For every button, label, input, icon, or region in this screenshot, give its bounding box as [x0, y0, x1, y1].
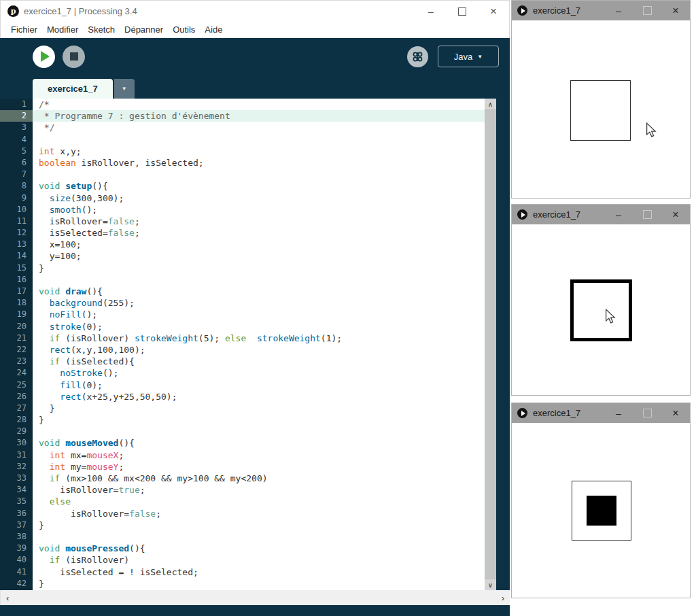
- tab-label: exercice1_7: [48, 84, 98, 94]
- sketch-canvas[interactable]: [512, 423, 690, 598]
- line-content: rect(x+25,y+25,50,50);: [33, 391, 485, 403]
- menu-sketch[interactable]: Sketch: [83, 22, 120, 38]
- line-number: 24: [0, 367, 33, 379]
- code-line: 15}: [0, 262, 485, 274]
- scroll-left-icon[interactable]: ‹: [6, 593, 9, 603]
- line-number: 1: [0, 99, 33, 110]
- maximize-button[interactable]: [633, 403, 661, 423]
- code-line: 40 if (isRollover): [0, 554, 485, 566]
- menu-modifier[interactable]: Modifier: [42, 22, 83, 38]
- sketch-title: exercice1_7: [533, 5, 580, 16]
- filled-square: [587, 496, 616, 526]
- sketch-titlebar[interactable]: exercice1_7–×: [512, 403, 690, 423]
- vertical-scrollbar[interactable]: ∧ ∨: [485, 99, 496, 590]
- code-line: 28}: [0, 414, 485, 426]
- code-line: 10 smooth();: [0, 204, 485, 216]
- line-number: 34: [0, 484, 33, 496]
- sketch-canvas[interactable]: [512, 224, 690, 395]
- line-content: smooth();: [33, 204, 485, 216]
- menu-dépanner[interactable]: Dépanner: [120, 22, 168, 38]
- line-number: 18: [0, 297, 33, 309]
- code-line: 30void mouseMoved(){: [0, 437, 485, 449]
- line-number: 36: [0, 508, 33, 519]
- line-content: fill(0);: [33, 379, 485, 391]
- sketch-titlebar[interactable]: exercice1_7–×: [512, 1, 690, 20]
- line-number: 39: [0, 543, 33, 554]
- mouse-cursor-icon: [645, 122, 657, 137]
- line-number: 27: [0, 403, 33, 414]
- line-content: void mouseMoved(){: [33, 437, 485, 449]
- line-number: 23: [0, 356, 33, 367]
- stop-button[interactable]: [63, 46, 85, 68]
- line-number: 3: [0, 122, 33, 133]
- tab-menu-button[interactable]: ▼: [114, 79, 135, 99]
- scroll-right-icon[interactable]: ›: [502, 593, 504, 603]
- menu-aide[interactable]: Aide: [200, 22, 227, 38]
- menu-outils[interactable]: Outils: [168, 22, 200, 38]
- code-line: 12 isSelected=false;: [0, 227, 485, 239]
- line-number: 2: [0, 110, 33, 122]
- sketch-title: exercice1_7: [533, 408, 580, 418]
- line-content: int mx=mouseX;: [33, 449, 485, 461]
- line-number: 7: [0, 169, 33, 180]
- console-strip[interactable]: [0, 605, 510, 616]
- line-content: noFill();: [33, 309, 485, 320]
- line-number: 30: [0, 437, 33, 449]
- sketch-canvas[interactable]: [512, 20, 690, 198]
- tab-exercice1_7[interactable]: exercice1_7: [33, 79, 113, 99]
- close-button[interactable]: ×: [661, 1, 690, 20]
- scroll-down-icon[interactable]: ∨: [485, 579, 496, 590]
- ide-titlebar[interactable]: p exercice1_7 | Processing 3.4 – ×: [0, 0, 510, 22]
- close-button[interactable]: ×: [661, 205, 690, 224]
- line-number: 26: [0, 391, 33, 403]
- sketch-titlebar[interactable]: exercice1_7–×: [512, 205, 690, 224]
- code-line: 29: [0, 426, 485, 437]
- line-content: */: [33, 122, 485, 133]
- mode-selector[interactable]: Java ▼: [438, 46, 499, 67]
- code-line: 41 isSelected = ! isSelected;: [0, 566, 485, 578]
- line-number: 9: [0, 192, 33, 204]
- scrollbar-thumb[interactable]: [485, 109, 496, 579]
- chevron-down-icon: ▼: [477, 54, 483, 60]
- line-content: x=100;: [33, 239, 485, 250]
- code-line: 17void draw(){: [0, 286, 485, 297]
- line-number: 6: [0, 157, 33, 169]
- minimize-button[interactable]: –: [604, 205, 633, 224]
- maximize-icon: [643, 6, 652, 15]
- code-line: 36 isRollover=false;: [0, 508, 485, 519]
- minimize-button[interactable]: –: [604, 403, 633, 423]
- maximize-button[interactable]: [633, 1, 661, 20]
- debug-button[interactable]: [407, 46, 428, 67]
- maximize-button[interactable]: [447, 1, 478, 22]
- code-line: 24 noStroke();: [0, 367, 485, 379]
- code-line: 13 x=100;: [0, 239, 485, 250]
- line-content: else: [33, 496, 485, 507]
- line-number: 12: [0, 227, 33, 239]
- close-button[interactable]: ×: [661, 403, 690, 423]
- code-line: 26 rect(x+25,y+25,50,50);: [0, 391, 485, 403]
- code-line: 23 if (isSelected){: [0, 356, 485, 367]
- run-button[interactable]: [33, 46, 55, 68]
- line-content: * Programme 7 : gestion d'évènement: [33, 110, 485, 122]
- line-content: void draw(){: [33, 286, 485, 297]
- code-line: 7: [0, 169, 485, 180]
- minimize-button[interactable]: –: [415, 1, 447, 22]
- code-line: 6boolean isRollover, isSelected;: [0, 157, 485, 169]
- horizontal-scrollbar[interactable]: ‹ ›: [0, 590, 510, 605]
- code-editor[interactable]: 1/*2 * Programme 7 : gestion d'évènement…: [0, 99, 510, 590]
- code-line: 9 size(300,300);: [0, 192, 485, 204]
- scroll-up-icon[interactable]: ∧: [485, 99, 496, 109]
- code-area[interactable]: 1/*2 * Programme 7 : gestion d'évènement…: [0, 99, 485, 590]
- line-number: 15: [0, 262, 33, 274]
- line-content: isSelected=false;: [33, 227, 485, 239]
- close-button[interactable]: ×: [478, 1, 509, 22]
- code-line: 8void setup(){: [0, 180, 485, 192]
- sketch-app-icon: [517, 408, 527, 418]
- minimize-button[interactable]: –: [604, 1, 633, 20]
- maximize-button[interactable]: [633, 205, 661, 224]
- processing-logo-icon: p: [7, 5, 19, 17]
- code-line: 2 * Programme 7 : gestion d'évènement: [0, 110, 485, 122]
- line-content: noStroke();: [33, 367, 485, 379]
- menu-fichier[interactable]: Fichier: [6, 22, 42, 38]
- editor-right-margin: [496, 99, 510, 590]
